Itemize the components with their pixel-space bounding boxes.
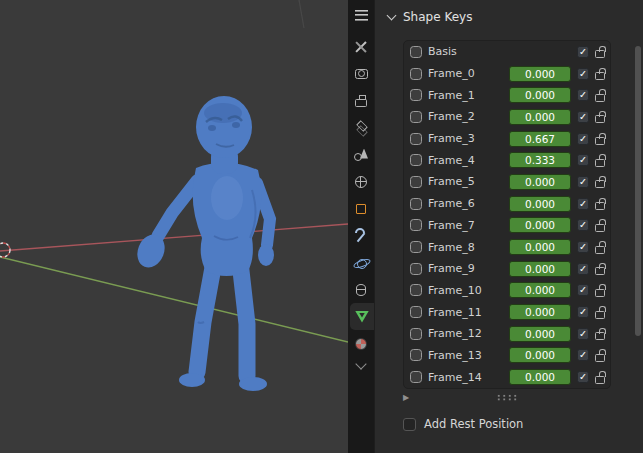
- tab-world[interactable]: [348, 168, 374, 195]
- shape-key-enable-checkbox[interactable]: ✓: [577, 328, 589, 340]
- shape-key-value-slider[interactable]: 0.667: [509, 131, 571, 147]
- lock-open-icon[interactable]: [595, 67, 605, 80]
- lock-open-icon[interactable]: [595, 45, 605, 58]
- lock-open-icon[interactable]: [595, 306, 605, 319]
- lock-open-icon[interactable]: [595, 110, 605, 123]
- shape-key-row[interactable]: Frame_1 0.000 ✓: [404, 84, 610, 106]
- shape-key-row[interactable]: Frame_13 0.000 ✓: [404, 345, 610, 367]
- lock-open-icon[interactable]: [595, 132, 605, 145]
- shape-key-name: Frame_12: [428, 327, 503, 340]
- lock-open-icon[interactable]: [595, 327, 605, 340]
- shape-key-value-slider[interactable]: 0.000: [509, 282, 571, 298]
- tab-physics[interactable]: [348, 249, 374, 276]
- world-icon: [355, 176, 367, 188]
- tab-strip-overflow[interactable]: [348, 357, 374, 373]
- shape-key-value-slider[interactable]: 0.000: [509, 66, 571, 82]
- shape-key-row[interactable]: Frame_8 0.000 ✓: [404, 236, 610, 258]
- shape-key-enable-checkbox[interactable]: ✓: [577, 198, 589, 210]
- shape-key-enable-checkbox[interactable]: ✓: [577, 241, 589, 253]
- shape-key-row[interactable]: Frame_3 0.667 ✓: [404, 128, 610, 150]
- shape-key-row[interactable]: Frame_5 0.000 ✓: [404, 171, 610, 193]
- viewport-background: [0, 0, 348, 453]
- shape-key-enable-checkbox[interactable]: ✓: [577, 263, 589, 275]
- tab-constraints[interactable]: [348, 276, 374, 303]
- shape-key-enable-checkbox[interactable]: ✓: [577, 46, 589, 58]
- shapekey-icon: [410, 328, 422, 340]
- output-icon: [355, 99, 367, 107]
- tab-tool[interactable]: [348, 33, 374, 60]
- shape-key-row[interactable]: Frame_11 0.000 ✓: [404, 301, 610, 323]
- filter-expand-icon[interactable]: ▶: [403, 394, 409, 402]
- shape-key-value-slider[interactable]: 0.000: [509, 261, 571, 277]
- shape-keys-panel-header[interactable]: Shape Keys: [375, 0, 643, 34]
- panel-title: Shape Keys: [403, 10, 472, 24]
- shape-key-value-slider[interactable]: 0.000: [509, 109, 571, 125]
- lock-open-icon[interactable]: [595, 175, 605, 188]
- shape-key-row[interactable]: Frame_9 0.000 ✓: [404, 258, 610, 280]
- shape-key-name: Frame_0: [428, 67, 503, 80]
- tab-material[interactable]: [348, 330, 374, 357]
- shape-key-row[interactable]: Frame_10 0.000 ✓: [404, 280, 610, 302]
- shape-key-value-slider[interactable]: 0.000: [509, 369, 571, 385]
- shape-key-enable-checkbox[interactable]: ✓: [577, 154, 589, 166]
- tab-scene[interactable]: [348, 141, 374, 168]
- tab-view-layer[interactable]: [348, 114, 374, 141]
- shape-key-row[interactable]: Frame_6 0.000 ✓: [404, 193, 610, 215]
- shape-key-name: Frame_4: [428, 154, 503, 167]
- shape-key-value-slider[interactable]: 0.000: [509, 196, 571, 212]
- viewport-3d[interactable]: [0, 0, 348, 453]
- shape-key-row[interactable]: Frame_4 0.333 ✓: [404, 149, 610, 171]
- lock-open-icon[interactable]: [595, 241, 605, 254]
- tab-object[interactable]: [348, 195, 374, 222]
- shape-key-enable-checkbox[interactable]: ✓: [577, 219, 589, 231]
- shape-key-enable-checkbox[interactable]: ✓: [577, 176, 589, 188]
- tab-render[interactable]: [348, 60, 374, 87]
- properties-editor-icon: [355, 10, 368, 21]
- shape-key-enable-checkbox[interactable]: ✓: [577, 349, 589, 361]
- lock-open-icon[interactable]: [595, 154, 605, 167]
- shape-key-enable-checkbox[interactable]: ✓: [577, 111, 589, 123]
- shape-key-value-slider[interactable]: 0.000: [509, 174, 571, 190]
- shape-key-enable-checkbox[interactable]: ✓: [577, 284, 589, 296]
- shape-key-enable-checkbox[interactable]: ✓: [577, 133, 589, 145]
- shape-key-enable-checkbox[interactable]: ✓: [577, 68, 589, 80]
- shape-key-value-slider[interactable]: 0.000: [509, 304, 571, 320]
- shape-key-enable-checkbox[interactable]: ✓: [577, 371, 589, 383]
- shape-key-row[interactable]: Frame_0 0.000 ✓: [404, 63, 610, 85]
- shape-key-row[interactable]: Frame_2 0.000 ✓: [404, 106, 610, 128]
- lock-open-icon[interactable]: [595, 349, 605, 362]
- shape-key-value-slider[interactable]: 0.000: [509, 87, 571, 103]
- shape-key-row[interactable]: Frame_12 0.000 ✓: [404, 323, 610, 345]
- tab-output[interactable]: [348, 87, 374, 114]
- lock-open-icon[interactable]: [595, 284, 605, 297]
- shapekey-icon: [410, 68, 422, 80]
- shape-key-row[interactable]: Frame_14 0.000 ✓: [404, 366, 610, 388]
- list-footer: ▶: [403, 391, 611, 404]
- shape-key-value-slider[interactable]: 0.000: [509, 326, 571, 342]
- shapekey-icon: [410, 176, 422, 188]
- shape-key-value-slider[interactable]: 0.000: [509, 217, 571, 233]
- lock-open-icon[interactable]: [595, 219, 605, 232]
- shape-key-row[interactable]: Basis ✓: [404, 41, 610, 63]
- tab-object-data[interactable]: [350, 303, 374, 330]
- shape-key-row[interactable]: Frame_7 0.000 ✓: [404, 215, 610, 237]
- shapekey-icon: [410, 46, 422, 58]
- lock-open-icon[interactable]: [595, 197, 605, 210]
- shape-key-value-slider[interactable]: 0.000: [509, 239, 571, 255]
- lock-open-icon[interactable]: [595, 262, 605, 275]
- shape-key-value-slider[interactable]: 0.000: [509, 347, 571, 363]
- shape-key-enable-checkbox[interactable]: ✓: [577, 89, 589, 101]
- shape-key-enable-checkbox[interactable]: ✓: [577, 306, 589, 318]
- list-resize-grip[interactable]: [496, 394, 518, 401]
- constraints-icon: [356, 284, 366, 296]
- lock-open-icon[interactable]: [595, 89, 605, 102]
- shape-key-value-slider[interactable]: 0.333: [509, 152, 571, 168]
- tab-modifiers[interactable]: [348, 222, 374, 249]
- panel-scrollbar[interactable]: [635, 46, 641, 336]
- add-rest-position-checkbox[interactable]: [403, 418, 416, 431]
- shapekey-icon: [410, 198, 422, 210]
- shape-key-name: Frame_11: [428, 306, 503, 319]
- physics-icon: [354, 256, 369, 270]
- lock-open-icon[interactable]: [595, 371, 605, 384]
- editor-type-button[interactable]: [348, 3, 374, 27]
